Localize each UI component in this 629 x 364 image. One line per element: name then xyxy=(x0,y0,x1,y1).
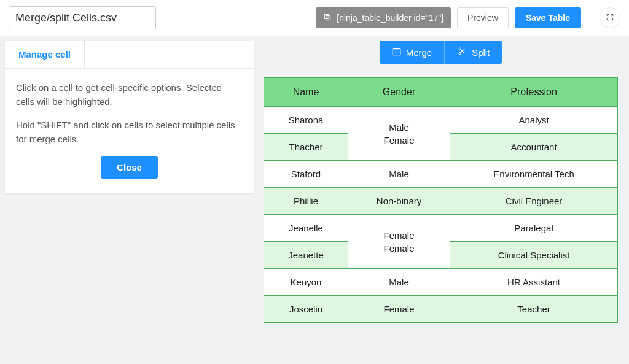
merge-label: Merge xyxy=(406,47,432,58)
svg-point-3 xyxy=(459,48,461,50)
manage-cell-panel: Manage cell Click on a cell to get cell-… xyxy=(5,41,254,193)
table-cell[interactable]: Jeanelle xyxy=(264,215,348,242)
tab-header: Manage cell xyxy=(5,41,254,69)
table-cell[interactable]: Kenyon xyxy=(264,269,348,296)
help-text-2: Hold "SHIFT" and click on cells to selec… xyxy=(16,118,243,146)
svg-rect-1 xyxy=(325,14,329,18)
table-cell[interactable]: Civil Engineer xyxy=(450,188,618,215)
fullscreen-button[interactable] xyxy=(600,7,620,28)
save-table-button[interactable]: Save Table xyxy=(515,7,581,28)
table-header-profession[interactable]: Profession xyxy=(450,78,618,107)
help-text-1: Click on a cell to get cell-specific opt… xyxy=(16,81,243,109)
table-cell[interactable]: Paralegal xyxy=(450,215,618,242)
svg-rect-0 xyxy=(326,15,330,20)
table-area: Merge Split Name Gender xyxy=(254,41,629,323)
top-bar: [ninja_table_builder id="17"] Preview Sa… xyxy=(0,0,629,36)
copy-icon xyxy=(323,13,332,23)
table-cell-merged[interactable]: Male Female xyxy=(348,107,450,161)
table-title-input[interactable] xyxy=(9,6,156,29)
table-cell[interactable]: Thacher xyxy=(264,134,348,161)
fullscreen-icon xyxy=(606,13,614,23)
main-area: Manage cell Click on a cell to get cell-… xyxy=(0,36,629,323)
table-cell[interactable]: Staford xyxy=(264,161,348,188)
table-cell[interactable]: Male xyxy=(348,269,450,296)
table-cell[interactable]: Sharona xyxy=(264,107,348,134)
table-cell[interactable]: Teacher xyxy=(450,296,618,323)
shortcode-display[interactable]: [ninja_table_builder id="17"] xyxy=(316,7,451,28)
close-button[interactable]: Close xyxy=(101,156,158,179)
table-header-name[interactable]: Name xyxy=(264,78,348,107)
table-actions: Merge Split xyxy=(264,41,618,64)
table-cell[interactable]: Analyst xyxy=(450,107,618,134)
preview-button[interactable]: Preview xyxy=(457,7,509,28)
table-cell[interactable]: Non-binary xyxy=(348,188,450,215)
table-cell[interactable]: Environmental Tech xyxy=(450,161,618,188)
split-label: Split xyxy=(472,47,490,58)
table-cell[interactable]: Phillie xyxy=(264,188,348,215)
shortcode-text: [ninja_table_builder id="17"] xyxy=(337,13,443,23)
table-cell[interactable]: Male xyxy=(348,161,450,188)
split-button[interactable]: Split xyxy=(445,41,502,64)
merge-button[interactable]: Merge xyxy=(380,41,445,64)
table-cell[interactable]: Clinical Specialist xyxy=(450,242,618,269)
table-cell-merged[interactable]: Female Female xyxy=(348,215,450,269)
table-cell[interactable]: Jeanette xyxy=(264,242,348,269)
panel-body: Click on a cell to get cell-specific opt… xyxy=(5,69,254,193)
table-cell[interactable]: Accountant xyxy=(450,134,618,161)
tab-manage-cell[interactable]: Manage cell xyxy=(5,41,85,68)
split-icon xyxy=(458,47,467,58)
table-cell[interactable]: Joscelin xyxy=(264,296,348,323)
table-header-gender[interactable]: Gender xyxy=(348,78,450,107)
table-cell[interactable]: HR Assistant xyxy=(450,269,618,296)
table-cell[interactable]: Female xyxy=(348,296,450,323)
svg-point-4 xyxy=(459,53,461,55)
merge-icon xyxy=(392,47,401,58)
data-table: Name Gender Profession Sharona Male Fema… xyxy=(264,77,618,323)
